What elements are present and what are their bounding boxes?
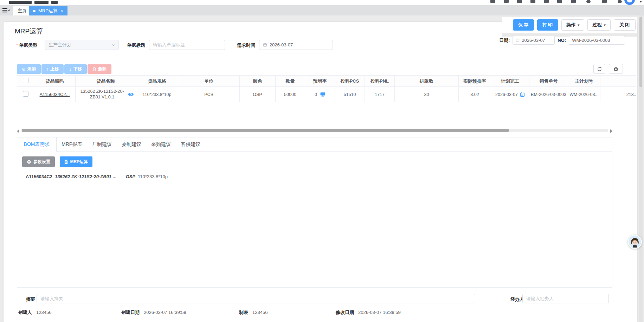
doc-title-input[interactable]	[149, 40, 225, 50]
col-sales-no: 销售单号	[529, 76, 568, 87]
move-up-button[interactable]: ↑ 上移	[41, 64, 64, 74]
agent-field[interactable]	[526, 296, 605, 301]
topbar-icon-fragment[interactable]	[544, 0, 549, 3]
summary-field[interactable]	[40, 296, 471, 301]
close-tab-icon[interactable]: ×	[61, 8, 64, 14]
row-checkbox[interactable]	[23, 91, 28, 97]
item-color: OSP	[240, 87, 276, 102]
hscroll-left-arrow[interactable]	[17, 129, 19, 133]
topbar-text-fragment	[51, 1, 58, 4]
demand-time-field[interactable]	[270, 42, 329, 47]
column-settings-button[interactable]	[609, 64, 623, 74]
col-master-plan-no: 主计划号	[568, 76, 600, 87]
eye-icon[interactable]	[128, 92, 134, 96]
tab-mrp-label: MRP运算	[38, 8, 58, 14]
tab-factory-suggestion[interactable]: 厂制建议	[87, 137, 117, 152]
assistant-avatar[interactable]	[628, 235, 642, 249]
active-tab-dot	[33, 10, 36, 12]
col-color: 颜色	[240, 76, 276, 87]
doc-type-select[interactable]: 生产主计划	[45, 40, 119, 50]
agent-input[interactable]	[522, 294, 609, 303]
topbar-icon-fragment[interactable]	[530, 0, 535, 3]
summary-input[interactable]	[37, 294, 475, 303]
topbar-icon-fragment[interactable]	[602, 0, 607, 3]
topbar-icon-fragment[interactable]	[586, 0, 591, 3]
chevron-down-icon[interactable]: ▾	[640, 0, 642, 4]
date-input[interactable]	[513, 36, 555, 45]
demand-time-input[interactable]	[259, 40, 333, 50]
document-icon	[64, 160, 68, 164]
vscroll-thumb[interactable]	[639, 17, 642, 87]
print-button[interactable]: 打印	[537, 19, 558, 31]
modified-date-info: 修改日期2026-03-07 16:39:59	[336, 309, 401, 316]
actual-loss-rate: 3.02	[459, 87, 491, 102]
mrp-run-button[interactable]: MRP运算	[60, 156, 92, 167]
operate-dropdown-button[interactable]: 操作 ▾	[561, 19, 585, 31]
add-row-button[interactable]: ⊕ 添加	[17, 64, 41, 74]
bom-item-name: 135262 ZK-121S2-20-ZB01 ...	[55, 174, 117, 179]
gear-icon	[613, 66, 618, 71]
collapse-sidebar-icon[interactable]	[2, 7, 10, 13]
save-button-label: 保存	[518, 22, 529, 28]
tab-outsource-suggestion[interactable]: 委制建议	[117, 137, 146, 152]
doc-title-field[interactable]	[153, 42, 221, 47]
hscroll-right-arrow[interactable]	[610, 129, 612, 133]
refresh-icon	[597, 67, 602, 71]
col-plan-finish: 计划完工	[491, 76, 529, 87]
topbar-icon-fragment[interactable]	[618, 0, 622, 3]
process-button-label: 过程	[592, 22, 601, 28]
add-label: 添加	[27, 66, 36, 72]
demand-time-label: 需求时间	[237, 42, 255, 49]
gear-icon	[27, 160, 31, 164]
calendar-icon	[516, 38, 520, 43]
tab-bom-demand[interactable]: BOM表需求	[17, 137, 57, 152]
item-code-link[interactable]: A1156034C2...	[40, 92, 70, 97]
topbar-icon-fragment[interactable]	[504, 0, 509, 3]
user-avatar-fragment[interactable]	[624, 0, 635, 5]
top-app-bar: ▾	[0, 0, 644, 5]
tab-purchase-suggestion[interactable]: 采购建议	[146, 137, 176, 152]
move-down-label: 下移	[73, 66, 82, 72]
window-tab-bar: 主页 MRP运算 ×	[0, 5, 644, 15]
print-button-label: 打印	[542, 22, 554, 28]
topbar-text-fragment	[34, 1, 49, 4]
parameter-settings-label: 参数设置	[33, 159, 50, 165]
tab-mrp-report[interactable]: MRP报表	[57, 137, 87, 152]
delete-row-button[interactable]: 删除	[88, 64, 111, 74]
move-up-label: 上移	[50, 66, 59, 72]
item-unit: PCS	[178, 87, 240, 102]
save-button[interactable]: 保存	[513, 19, 534, 31]
move-down-button[interactable]: ↓ 下移	[64, 64, 87, 74]
item-spec: 110*233.8*10p	[136, 87, 178, 102]
parameter-settings-button[interactable]: 参数设置	[22, 156, 55, 167]
tab-mrp-active[interactable]: MRP运算 ×	[29, 6, 67, 15]
mrp-calculation-page: ▾ 主页 MRP运算 × 保存 打印 操作	[0, 0, 644, 322]
topbar-icon-fragment[interactable]	[490, 0, 495, 3]
table-row[interactable]: A1156034C2... 135262 ZK-121S2-20-ZB01 V1…	[17, 87, 637, 102]
topbar-icon-fragment[interactable]	[571, 0, 576, 3]
no-input[interactable]	[569, 36, 625, 45]
select-all-checkbox[interactable]	[23, 78, 28, 83]
bom-sub-tabs: BOM表需求 MRP报表 厂制建议 委制建议 采购建议 客供建议	[17, 137, 612, 152]
topbar-icon-fragment[interactable]	[557, 0, 562, 3]
calendar-icon[interactable]	[520, 92, 525, 97]
table-header-row: 货品编码 货品名称 货品规格 单位 颜色 数量 预增率 投料PCS 投料PNL …	[17, 76, 637, 87]
hscroll-thumb[interactable]	[22, 129, 509, 132]
no-field[interactable]	[572, 38, 622, 43]
summary-label: 摘要	[26, 296, 35, 303]
tab-home[interactable]: 主页	[13, 6, 31, 15]
date-field[interactable]	[522, 38, 552, 43]
monitor-icon[interactable]	[320, 92, 325, 97]
process-dropdown-button[interactable]: 过程 ▾	[587, 19, 611, 31]
chevron-down-icon	[111, 42, 115, 46]
panel-count: 30	[395, 87, 459, 102]
created-date-info: 创建日期2026-03-07 16:39:59	[121, 309, 186, 316]
sales-no: BM-2026-03-0003	[529, 87, 568, 102]
bom-item-surface: OSP	[126, 174, 135, 179]
close-button[interactable]: 关闭	[614, 19, 636, 31]
tab-customer-supply-suggestion[interactable]: 客供建议	[176, 137, 205, 152]
page-title: MRP运算	[15, 27, 43, 36]
topbar-text-fragment	[9, 1, 32, 4]
refresh-button[interactable]	[593, 64, 605, 74]
topbar-icon-fragment[interactable]	[517, 0, 522, 3]
